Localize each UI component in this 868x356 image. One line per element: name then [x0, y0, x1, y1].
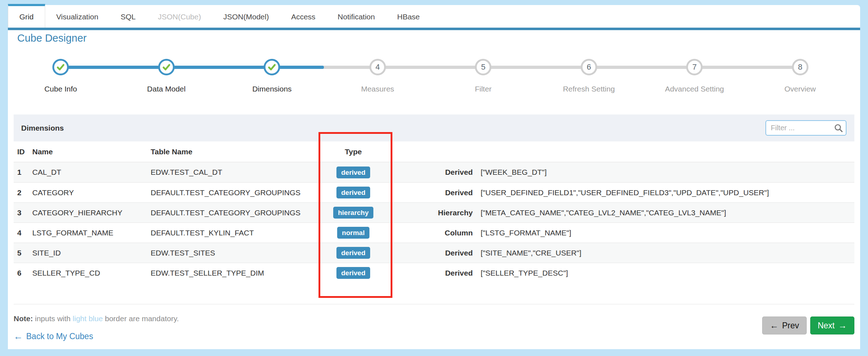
table-row: 2 CATEGORY DEFAULT.TEST_CATEGORY_GROUPIN… — [14, 182, 854, 202]
row-name: SELLER_TYPE_CD — [32, 269, 151, 277]
tab-sql[interactable]: SQL — [109, 6, 147, 28]
note-label: Note: — [14, 314, 33, 323]
step-circle: 7 — [686, 59, 703, 75]
table-header-row: ID Name Table Name Type — [14, 141, 854, 162]
arrow-right-icon: → — [838, 320, 847, 331]
content-card: Grid Visualization SQL JSON(Cube) JSON(M… — [8, 5, 860, 349]
tab-label: SQL — [121, 13, 136, 21]
row-name: SITE_ID — [32, 249, 151, 257]
type-badge: normal — [337, 227, 369, 239]
step-label: Data Model — [147, 85, 185, 93]
row-name: LSTG_FORMAT_NAME — [32, 229, 151, 237]
tab-label: Access — [291, 13, 316, 21]
wizard-nav-buttons: ← Prev Next → — [762, 317, 854, 334]
tab-grid[interactable]: Grid — [8, 4, 45, 28]
row-id: 6 — [14, 269, 32, 277]
row-table: DEFAULT.TEST_CATEGORY_GROUPINGS — [151, 188, 316, 197]
arrow-left-icon: ← — [14, 331, 23, 342]
row-name: CAL_DT — [32, 168, 151, 177]
type-badge: hierarchy — [333, 207, 373, 219]
filter-input-wrap — [765, 120, 846, 136]
table-row: 4 LSTG_FORMAT_NAME DEFAULT.TEST_KYLIN_FA… — [14, 222, 854, 243]
row-columns: ["LSTG_FORMAT_NAME"] — [473, 229, 854, 237]
step-dimensions[interactable]: Dimensions — [219, 54, 325, 100]
step-circle: 5 — [475, 59, 491, 75]
step-number: 7 — [692, 62, 697, 72]
type-badge: derived — [336, 267, 370, 279]
col-header-table: Table Name — [151, 147, 316, 156]
dimensions-panel: Dimensions ID Name Table Name Type 1 CAL… — [14, 114, 854, 283]
step-circle — [264, 59, 280, 75]
tab-notification[interactable]: Notification — [326, 6, 386, 28]
row-id: 3 — [14, 209, 32, 217]
panel-title: Dimensions — [14, 124, 64, 132]
step-circle — [52, 59, 69, 75]
type-badge: derived — [336, 247, 370, 259]
step-label: Advanced Setting — [665, 85, 724, 93]
prev-button[interactable]: ← Prev — [762, 317, 806, 334]
row-kind: Derived — [391, 188, 473, 197]
footer-divider — [14, 304, 854, 304]
row-kind: Column — [391, 229, 473, 237]
row-table: EDW.TEST_SELLER_TYPE_DIM — [151, 269, 316, 277]
step-refresh-setting[interactable]: 6 Refresh Setting — [536, 54, 642, 100]
type-badge: derived — [336, 187, 370, 198]
step-label: Overview — [784, 85, 816, 93]
row-name: CATEGORY — [32, 188, 151, 197]
tab-hbase[interactable]: HBase — [386, 6, 431, 28]
step-overview[interactable]: 8 Overview — [747, 54, 853, 100]
row-kind: Derived — [391, 249, 473, 257]
tab-visualization[interactable]: Visualization — [45, 6, 110, 28]
note-highlight: light blue — [73, 314, 103, 323]
step-data-model[interactable]: Data Model — [114, 54, 220, 100]
check-icon — [162, 63, 171, 71]
back-link-label: Back to My Cubes — [26, 332, 93, 341]
row-columns: ["USER_DEFINED_FIELD1","USER_DEFINED_FIE… — [473, 188, 854, 197]
table-row: 1 CAL_DT EDW.TEST_CAL_DT derived Derived… — [14, 162, 854, 182]
tab-label: JSON(Cube) — [158, 13, 201, 21]
row-table: EDW.TEST_SITES — [151, 249, 316, 257]
type-badge: derived — [336, 167, 370, 178]
tab-label: JSON(Model) — [223, 13, 269, 21]
note-text: border are mandatory. — [103, 314, 179, 323]
step-label: Measures — [361, 85, 394, 93]
row-table: DEFAULT.TEST_KYLIN_FACT — [151, 229, 316, 237]
step-measures[interactable]: 4 Measures — [325, 54, 431, 100]
step-circle — [158, 59, 175, 75]
check-icon — [268, 63, 276, 71]
step-circle: 8 — [792, 59, 808, 75]
step-filter[interactable]: 5 Filter — [430, 54, 536, 100]
arrow-left-icon: ← — [770, 320, 778, 331]
step-label: Refresh Setting — [563, 85, 615, 93]
table-row: 5 SITE_ID EDW.TEST_SITES derived Derived… — [14, 243, 854, 263]
row-table: EDW.TEST_CAL_DT — [151, 168, 316, 177]
step-number: 6 — [587, 62, 591, 72]
step-circle: 6 — [581, 59, 597, 75]
step-label: Cube Info — [44, 85, 77, 93]
step-number: 5 — [481, 62, 485, 72]
row-id: 1 — [14, 168, 32, 177]
note-text: inputs with — [33, 314, 73, 323]
tab-json-model[interactable]: JSON(Model) — [212, 6, 280, 28]
tab-json-cube[interactable]: JSON(Cube) — [147, 6, 212, 28]
step-advanced-setting[interactable]: 7 Advanced Setting — [642, 54, 747, 100]
col-header-type: Type — [316, 147, 391, 156]
next-button-label: Next — [818, 321, 835, 331]
step-label: Dimensions — [252, 85, 292, 93]
next-button[interactable]: Next → — [810, 317, 854, 334]
step-cube-info[interactable]: Cube Info — [8, 54, 114, 100]
step-circle: 4 — [369, 59, 386, 75]
tab-underline — [8, 28, 860, 30]
row-kind: Hierarchy — [391, 209, 473, 217]
tab-access[interactable]: Access — [280, 6, 327, 28]
col-header-id: ID — [14, 147, 32, 156]
wizard-stepper: Cube Info Data Model Dimensions 4 Measur… — [8, 54, 853, 100]
mandatory-note: Note: inputs with light blue border are … — [14, 314, 179, 323]
page-title: Cube Designer — [17, 32, 86, 44]
prev-button-label: Prev — [782, 321, 799, 331]
row-columns: ["META_CATEG_NAME","CATEG_LVL2_NAME","CA… — [473, 209, 854, 217]
step-number: 4 — [376, 62, 380, 72]
row-columns: ["WEEK_BEG_DT"] — [473, 168, 854, 177]
row-columns: ["SELLER_TYPE_DESC"] — [473, 269, 854, 277]
back-to-my-cubes-link[interactable]: ← Back to My Cubes — [14, 331, 93, 342]
